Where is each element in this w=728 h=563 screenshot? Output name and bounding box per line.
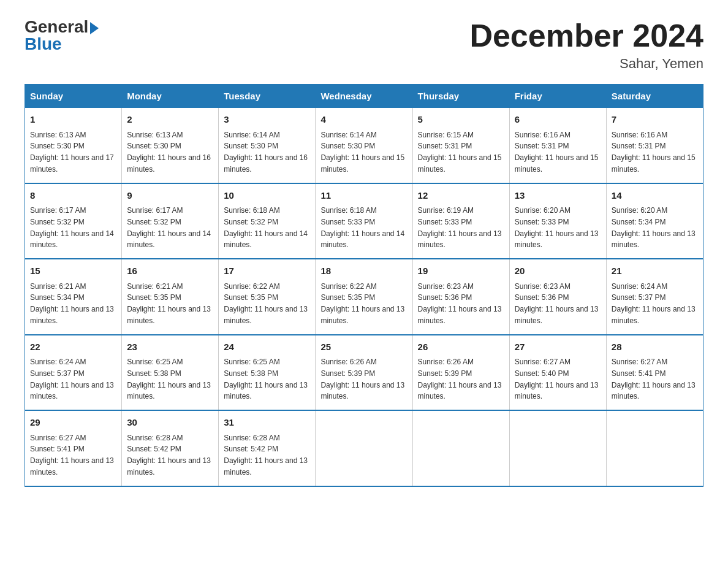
calendar-cell: 9Sunrise: 6:17 AMSunset: 5:32 PMDaylight… — [122, 183, 219, 259]
calendar-cell: 11Sunrise: 6:18 AMSunset: 5:33 PMDayligh… — [316, 183, 412, 259]
day-number: 5 — [418, 113, 504, 127]
calendar-header-row: SundayMondayTuesdayWednesdayThursdayFrid… — [25, 85, 703, 108]
day-number: 28 — [612, 340, 698, 354]
calendar-cell: 7Sunrise: 6:16 AMSunset: 5:31 PMDaylight… — [606, 108, 703, 183]
day-number: 6 — [515, 113, 601, 127]
day-info: Sunrise: 6:13 AMSunset: 5:30 PMDaylight:… — [127, 131, 211, 174]
day-info: Sunrise: 6:14 AMSunset: 5:30 PMDaylight:… — [320, 131, 404, 174]
day-number: 11 — [320, 189, 407, 203]
logo-text-general: General — [25, 18, 99, 36]
calendar-cell: 21Sunrise: 6:24 AMSunset: 5:37 PMDayligh… — [606, 259, 703, 335]
calendar-cell: 23Sunrise: 6:25 AMSunset: 5:38 PMDayligh… — [122, 335, 219, 411]
day-number: 17 — [224, 264, 310, 278]
day-info: Sunrise: 6:22 AMSunset: 5:35 PMDaylight:… — [224, 282, 308, 325]
calendar-week-row: 8Sunrise: 6:17 AMSunset: 5:32 PMDaylight… — [25, 183, 703, 259]
day-info: Sunrise: 6:20 AMSunset: 5:33 PMDaylight:… — [515, 206, 599, 249]
day-number: 19 — [418, 264, 504, 278]
logo: General Blue — [25, 18, 99, 53]
day-info: Sunrise: 6:14 AMSunset: 5:30 PMDaylight:… — [224, 131, 308, 174]
day-info: Sunrise: 6:24 AMSunset: 5:37 PMDaylight:… — [30, 358, 114, 400]
day-info: Sunrise: 6:18 AMSunset: 5:32 PMDaylight:… — [224, 206, 308, 249]
day-info: Sunrise: 6:15 AMSunset: 5:31 PMDaylight:… — [418, 131, 502, 174]
day-info: Sunrise: 6:17 AMSunset: 5:32 PMDaylight:… — [127, 206, 211, 249]
day-info: Sunrise: 6:27 AMSunset: 5:41 PMDaylight:… — [30, 434, 114, 477]
day-number: 2 — [127, 113, 213, 127]
day-number: 14 — [612, 189, 698, 203]
day-number: 20 — [515, 264, 601, 278]
day-number: 16 — [127, 264, 213, 278]
location: Sahar, Yemen — [469, 56, 703, 72]
day-info: Sunrise: 6:23 AMSunset: 5:36 PMDaylight:… — [418, 282, 502, 325]
day-number: 31 — [224, 416, 310, 430]
day-info: Sunrise: 6:21 AMSunset: 5:35 PMDaylight:… — [127, 282, 211, 325]
month-title: December 2024 — [469, 18, 703, 53]
calendar-cell: 24Sunrise: 6:25 AMSunset: 5:38 PMDayligh… — [219, 335, 316, 411]
calendar-cell: 14Sunrise: 6:20 AMSunset: 5:34 PMDayligh… — [606, 183, 703, 259]
calendar-week-row: 22Sunrise: 6:24 AMSunset: 5:37 PMDayligh… — [25, 335, 703, 411]
day-info: Sunrise: 6:20 AMSunset: 5:34 PMDaylight:… — [612, 206, 696, 249]
day-number: 7 — [612, 113, 698, 127]
column-header-thursday: Thursday — [412, 85, 509, 108]
day-info: Sunrise: 6:16 AMSunset: 5:31 PMDaylight:… — [612, 131, 696, 174]
day-info: Sunrise: 6:13 AMSunset: 5:30 PMDaylight:… — [30, 131, 114, 174]
calendar-cell: 12Sunrise: 6:19 AMSunset: 5:33 PMDayligh… — [412, 183, 509, 259]
calendar-cell — [412, 410, 509, 486]
column-header-wednesday: Wednesday — [316, 85, 412, 108]
day-number: 4 — [320, 113, 407, 127]
day-info: Sunrise: 6:19 AMSunset: 5:33 PMDaylight:… — [418, 206, 502, 249]
calendar-cell: 19Sunrise: 6:23 AMSunset: 5:36 PMDayligh… — [412, 259, 509, 335]
calendar-cell: 16Sunrise: 6:21 AMSunset: 5:35 PMDayligh… — [122, 259, 219, 335]
calendar-cell: 3Sunrise: 6:14 AMSunset: 5:30 PMDaylight… — [219, 108, 316, 183]
calendar-cell: 8Sunrise: 6:17 AMSunset: 5:32 PMDaylight… — [25, 183, 122, 259]
day-info: Sunrise: 6:26 AMSunset: 5:39 PMDaylight:… — [418, 358, 502, 400]
calendar-cell: 28Sunrise: 6:27 AMSunset: 5:41 PMDayligh… — [606, 335, 703, 411]
column-header-friday: Friday — [509, 85, 606, 108]
day-number: 30 — [127, 416, 213, 430]
day-info: Sunrise: 6:22 AMSunset: 5:35 PMDaylight:… — [320, 282, 404, 325]
calendar-week-row: 15Sunrise: 6:21 AMSunset: 5:34 PMDayligh… — [25, 259, 703, 335]
day-info: Sunrise: 6:28 AMSunset: 5:42 PMDaylight:… — [127, 434, 211, 477]
calendar-cell: 4Sunrise: 6:14 AMSunset: 5:30 PMDaylight… — [316, 108, 412, 183]
day-info: Sunrise: 6:26 AMSunset: 5:39 PMDaylight:… — [320, 358, 404, 400]
day-info: Sunrise: 6:28 AMSunset: 5:42 PMDaylight:… — [224, 434, 308, 477]
day-number: 18 — [320, 264, 407, 278]
day-info: Sunrise: 6:23 AMSunset: 5:36 PMDaylight:… — [515, 282, 599, 325]
calendar-cell: 15Sunrise: 6:21 AMSunset: 5:34 PMDayligh… — [25, 259, 122, 335]
column-header-saturday: Saturday — [606, 85, 703, 108]
day-info: Sunrise: 6:18 AMSunset: 5:33 PMDaylight:… — [320, 206, 404, 249]
day-number: 1 — [30, 113, 116, 127]
column-header-sunday: Sunday — [25, 85, 122, 108]
calendar-cell: 31Sunrise: 6:28 AMSunset: 5:42 PMDayligh… — [219, 410, 316, 486]
day-info: Sunrise: 6:27 AMSunset: 5:40 PMDaylight:… — [515, 358, 599, 400]
calendar-cell: 26Sunrise: 6:26 AMSunset: 5:39 PMDayligh… — [412, 335, 509, 411]
day-number: 8 — [30, 189, 116, 203]
calendar-cell: 20Sunrise: 6:23 AMSunset: 5:36 PMDayligh… — [509, 259, 606, 335]
calendar-cell: 27Sunrise: 6:27 AMSunset: 5:40 PMDayligh… — [509, 335, 606, 411]
day-info: Sunrise: 6:17 AMSunset: 5:32 PMDaylight:… — [30, 206, 114, 249]
calendar-cell: 6Sunrise: 6:16 AMSunset: 5:31 PMDaylight… — [509, 108, 606, 183]
day-number: 10 — [224, 189, 310, 203]
column-header-monday: Monday — [122, 85, 219, 108]
day-number: 15 — [30, 264, 116, 278]
day-number: 22 — [30, 340, 116, 354]
day-number: 26 — [418, 340, 504, 354]
day-number: 24 — [224, 340, 310, 354]
day-number: 21 — [612, 264, 698, 278]
day-number: 12 — [418, 189, 504, 203]
day-info: Sunrise: 6:25 AMSunset: 5:38 PMDaylight:… — [224, 358, 308, 400]
calendar-week-row: 29Sunrise: 6:27 AMSunset: 5:41 PMDayligh… — [25, 410, 703, 486]
logo-text-blue: Blue — [25, 36, 62, 53]
day-number: 13 — [515, 189, 601, 203]
calendar-cell — [316, 410, 412, 486]
calendar-cell: 29Sunrise: 6:27 AMSunset: 5:41 PMDayligh… — [25, 410, 122, 486]
page-header: General Blue December 2024 Sahar, Yemen — [25, 18, 703, 72]
calendar-cell — [606, 410, 703, 486]
day-number: 27 — [515, 340, 601, 354]
calendar-cell: 18Sunrise: 6:22 AMSunset: 5:35 PMDayligh… — [316, 259, 412, 335]
calendar-cell: 5Sunrise: 6:15 AMSunset: 5:31 PMDaylight… — [412, 108, 509, 183]
day-number: 25 — [320, 340, 407, 354]
column-header-tuesday: Tuesday — [219, 85, 316, 108]
day-info: Sunrise: 6:24 AMSunset: 5:37 PMDaylight:… — [612, 282, 696, 325]
day-info: Sunrise: 6:25 AMSunset: 5:38 PMDaylight:… — [127, 358, 211, 400]
day-info: Sunrise: 6:21 AMSunset: 5:34 PMDaylight:… — [30, 282, 114, 325]
